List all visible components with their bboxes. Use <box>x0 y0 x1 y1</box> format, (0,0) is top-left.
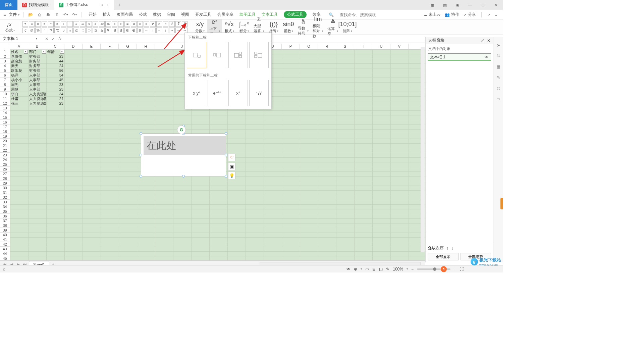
resize-handle-se[interactable] <box>225 175 227 178</box>
symbol-btn[interactable]: ∄ <box>118 28 124 33</box>
new-tab-button[interactable]: + <box>114 0 125 10</box>
row-header[interactable]: 36 <box>0 214 10 218</box>
symbol-btn[interactable]: ∀ <box>150 21 156 27</box>
symbol-btn[interactable]: ≤ <box>112 21 117 27</box>
row-header[interactable]: 5 <box>0 68 10 73</box>
table-cell[interactable]: 人力资源部 <box>28 96 46 101</box>
row-header[interactable]: 8 <box>0 82 10 87</box>
symbol-btn[interactable]: ℃ <box>54 28 60 33</box>
cancel-icon[interactable]: ✕ <box>45 37 48 41</box>
fx-insert-icon[interactable]: fx <box>58 37 61 41</box>
resize-handle-nw[interactable] <box>140 132 142 135</box>
table-cell[interactable]: 李白 <box>10 92 28 96</box>
symbol-btn[interactable]: ⊃ <box>86 28 92 33</box>
row-header[interactable]: 14 <box>0 110 10 115</box>
script-common-2[interactable]: e⁻ⁱᵒᵗ <box>208 80 227 106</box>
table-cell[interactable]: 欧阳花 <box>10 68 28 73</box>
row-header[interactable]: 33 <box>0 200 10 204</box>
row-header[interactable]: 18 <box>0 129 10 134</box>
filter-icon[interactable]: ▾ <box>60 50 64 54</box>
maximize-icon[interactable]: □ <box>478 0 488 10</box>
symbol-btn[interactable]: ε <box>156 21 162 27</box>
resize-handle-ne[interactable] <box>225 132 227 135</box>
table-cell[interactable]: 杜甫 <box>10 96 28 101</box>
menu-review[interactable]: 审阅 <box>167 12 175 17</box>
symbol-btn[interactable]: ∁ <box>22 28 28 33</box>
symbol-btn[interactable]: ↔ <box>169 28 175 33</box>
col-header[interactable]: T <box>354 44 372 49</box>
table-cell[interactable]: 杨洋 <box>10 73 28 78</box>
status-pen-icon[interactable]: ✎ <box>386 267 389 271</box>
col-header[interactable]: E <box>83 44 101 49</box>
symbol-btn[interactable]: √ <box>169 21 175 27</box>
status-view3-icon[interactable]: ▢ <box>379 267 383 271</box>
row-header[interactable]: 3 <box>0 59 10 63</box>
row-header[interactable]: 13 <box>0 106 10 110</box>
pane-pin-icon[interactable]: ⤢ <box>481 38 484 43</box>
filter-icon[interactable]: ▾ <box>24 50 28 54</box>
row-header[interactable]: 4 <box>0 63 10 68</box>
row-header[interactable]: 41 <box>0 237 10 242</box>
move-down-icon[interactable]: ↓ <box>451 246 453 251</box>
script-option-1[interactable] <box>187 42 206 68</box>
symbol-btn[interactable]: ∓ <box>29 21 35 27</box>
table-cell[interactable]: 人事部 <box>28 73 46 78</box>
script-option-4[interactable] <box>249 42 269 68</box>
update-badge-icon[interactable]: ↻ <box>441 266 447 272</box>
row-header[interactable]: 38 <box>0 223 10 228</box>
symbol-btn[interactable]: ∝ <box>73 21 79 27</box>
zoom-in-icon[interactable]: + <box>454 267 456 271</box>
row-header[interactable]: 12 <box>0 101 10 106</box>
close-tab-icon[interactable]: + <box>107 3 109 7</box>
symbol-btn[interactable]: ~ <box>48 21 54 27</box>
symbol-btn[interactable]: < <box>86 21 92 27</box>
heart-icon[interactable]: ♡ <box>228 154 235 161</box>
row-header[interactable]: 39 <box>0 228 10 233</box>
grid-icon[interactable]: ▣ <box>228 163 235 170</box>
table-cell[interactable]: 人力资源部 <box>28 92 46 96</box>
ribbon-运算符[interactable]: ≜运算符▾ <box>325 19 340 35</box>
table-cell[interactable]: 周先 <box>10 82 28 87</box>
symbol-btn[interactable]: ≅ <box>131 21 137 27</box>
zoom-out-icon[interactable]: − <box>411 267 414 271</box>
table-cell[interactable]: 23 <box>46 82 64 87</box>
home-tab[interactable]: 首页 <box>0 0 17 10</box>
row-header[interactable]: 35 <box>0 209 10 214</box>
symbol-btn[interactable]: ≪ <box>99 21 105 27</box>
save-icon[interactable]: ⎙ <box>37 12 43 18</box>
symbol-btn[interactable]: ≡ <box>144 21 149 27</box>
pane-close-icon[interactable]: ✕ <box>487 38 490 43</box>
textbox-object[interactable]: 在此处 G <box>141 134 226 176</box>
row-header[interactable]: 15 <box>0 115 10 120</box>
symbol-btn[interactable]: × <box>54 21 60 27</box>
symbol-btn[interactable]: ∩ <box>67 28 73 33</box>
script-option-2[interactable] <box>208 42 227 68</box>
row-header[interactable]: 28 <box>0 176 10 181</box>
table-cell[interactable]: 财务部 <box>28 68 46 73</box>
row-header[interactable]: 10 <box>0 92 10 96</box>
symbol-btn[interactable]: ÷ <box>61 21 66 27</box>
resize-handle-w[interactable] <box>140 154 142 156</box>
move-up-icon[interactable]: ↑ <box>446 246 448 251</box>
table-header[interactable]: 年龄▾ <box>46 49 64 54</box>
strip-phone-icon[interactable]: ▭ <box>495 96 501 102</box>
table-cell[interactable]: 45 <box>46 78 64 82</box>
smart-tag-icon[interactable]: G <box>177 126 186 134</box>
symbol-btn[interactable]: ⋯ <box>175 28 181 33</box>
row-header[interactable]: 32 <box>0 195 10 200</box>
symbol-btn[interactable]: ℉ <box>48 28 54 33</box>
symbol-btn[interactable]: = <box>35 21 41 27</box>
script-option-3[interactable] <box>228 42 248 68</box>
symbol-btn[interactable]: → <box>156 28 162 33</box>
user-icon[interactable]: ◉ <box>453 0 462 10</box>
menu-text-tools[interactable]: 文本工具 <box>262 12 278 17</box>
table-cell[interactable]: 李依依 <box>10 54 28 59</box>
row-header[interactable]: 24 <box>0 157 10 162</box>
status-view1-icon[interactable]: ▭ <box>365 267 369 271</box>
col-header[interactable]: A <box>10 44 28 49</box>
minimize-icon[interactable]: — <box>466 0 475 10</box>
fullscreen-icon[interactable]: ⛶ <box>460 267 464 271</box>
table-cell[interactable]: 24 <box>46 63 64 68</box>
strip-sort-icon[interactable]: ⇅ <box>495 53 501 59</box>
symbol-btn[interactable]: ↑ <box>150 28 156 33</box>
